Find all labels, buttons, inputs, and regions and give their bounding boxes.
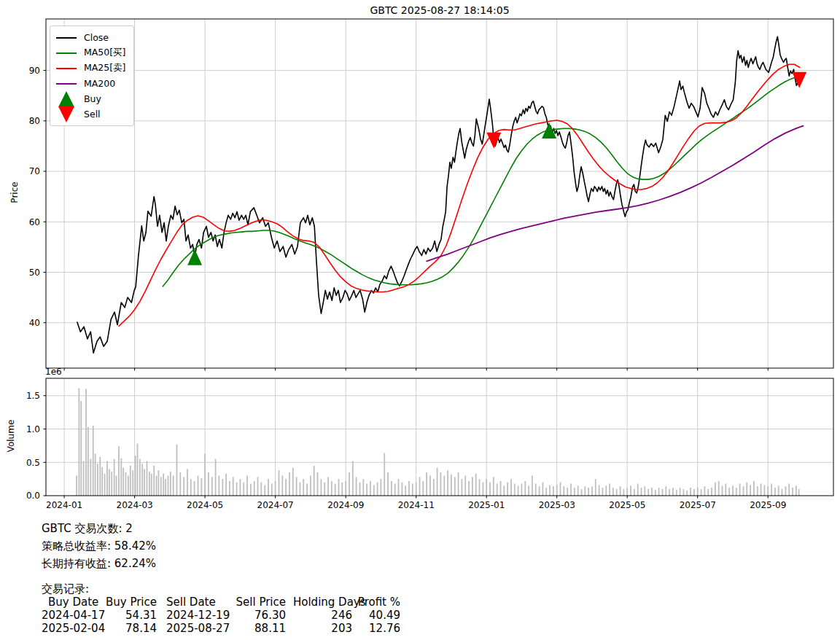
volume-bar bbox=[321, 479, 322, 496]
volume-bar bbox=[97, 464, 98, 496]
volume-bar bbox=[510, 479, 512, 496]
sell-marker bbox=[792, 72, 806, 88]
volume-tick-label: 1.0 bbox=[26, 424, 40, 434]
trade-cell: 76.30 bbox=[226, 609, 286, 622]
volume-tick-label: 1.5 bbox=[26, 391, 40, 401]
volume-bar bbox=[616, 489, 618, 496]
volume-bar bbox=[254, 481, 255, 496]
volume-bar bbox=[680, 488, 681, 496]
trade-row: 2025-02-0478.142025-08-2788.1120312.76 bbox=[0, 622, 452, 635]
legend-item-4: Buy bbox=[56, 91, 126, 106]
x-tick-label: 2024-07 bbox=[257, 500, 294, 510]
volume-bar bbox=[739, 484, 741, 496]
trade-cell: 2024-12-19 bbox=[166, 609, 236, 622]
volume-bar bbox=[275, 481, 276, 496]
volume-bar bbox=[560, 483, 561, 496]
volume-bar bbox=[246, 476, 248, 496]
volume-bar bbox=[644, 486, 645, 496]
volume-bar bbox=[114, 459, 115, 496]
volume-bar bbox=[106, 461, 108, 496]
volume-bar bbox=[693, 489, 695, 496]
volume-bar bbox=[215, 459, 217, 496]
volume-bar bbox=[352, 461, 354, 496]
volume-bar bbox=[792, 488, 793, 496]
volume-bar bbox=[591, 486, 593, 496]
volume-bar bbox=[208, 472, 209, 496]
legend-line bbox=[56, 68, 77, 69]
volume-bar bbox=[658, 488, 660, 496]
trade-cell: 40.49 bbox=[351, 609, 400, 622]
volume-bar bbox=[158, 470, 160, 496]
price-tick-label: 50 bbox=[29, 268, 40, 278]
volume-bar bbox=[132, 470, 133, 496]
volume-bar bbox=[764, 485, 766, 496]
volume-bar bbox=[384, 453, 385, 496]
volume-bar bbox=[567, 488, 568, 496]
volume-bar bbox=[462, 479, 463, 496]
legend-label: Sell bbox=[84, 109, 101, 120]
volume-bar bbox=[539, 486, 540, 496]
volume-bar bbox=[753, 481, 755, 496]
volume-bar bbox=[201, 478, 202, 496]
volume-bar bbox=[314, 466, 315, 496]
volume-bar bbox=[412, 484, 413, 496]
volume-bar bbox=[718, 481, 720, 496]
volume-bar bbox=[732, 485, 734, 496]
volume-bar bbox=[135, 456, 136, 496]
legend-item-1: MA50[买] bbox=[56, 45, 126, 61]
volume-bar bbox=[788, 484, 790, 496]
volume-bar bbox=[500, 481, 502, 496]
volume-bar bbox=[381, 479, 382, 496]
volume-bar bbox=[111, 472, 112, 496]
volume-bar bbox=[285, 479, 287, 496]
volume-bar bbox=[345, 481, 346, 496]
volume-bar bbox=[722, 485, 723, 496]
volume-bar bbox=[641, 488, 642, 496]
volume-bar bbox=[243, 483, 244, 496]
legend-line bbox=[56, 52, 77, 54]
volume-bar bbox=[349, 472, 350, 496]
volume-bar bbox=[85, 389, 87, 496]
volume-tick-label: 0.5 bbox=[26, 458, 40, 468]
volume-bar bbox=[447, 470, 448, 496]
volume-bar bbox=[464, 476, 466, 496]
volume-bar bbox=[144, 469, 145, 496]
volume-bar bbox=[141, 464, 143, 496]
volume-bar bbox=[563, 486, 564, 496]
volume-bar bbox=[317, 472, 319, 496]
trade-cell: 12.76 bbox=[351, 622, 400, 635]
volume-bar bbox=[440, 472, 442, 496]
volume-bar bbox=[271, 484, 273, 496]
volume-bar bbox=[160, 477, 162, 496]
volume-bar bbox=[281, 476, 283, 496]
volume-bar bbox=[637, 484, 639, 496]
volume-bar bbox=[194, 481, 195, 496]
volume-bar bbox=[176, 445, 178, 496]
volume-bar bbox=[163, 474, 164, 496]
volume-bar bbox=[545, 488, 547, 496]
volume-bar bbox=[549, 485, 551, 496]
trades-header-cell: Sell Date bbox=[166, 596, 236, 609]
price-tick-label: 70 bbox=[29, 166, 40, 176]
volume-bar bbox=[279, 470, 280, 496]
volume-bar bbox=[634, 489, 635, 496]
legend: CloseMA50[买]MA25[卖]MA200BuySell bbox=[50, 26, 134, 126]
x-tick-label: 2025-05 bbox=[609, 500, 645, 510]
volume-bar bbox=[588, 488, 589, 496]
volume-bar bbox=[578, 485, 579, 496]
volume-bar bbox=[648, 489, 649, 496]
volume-bar bbox=[651, 488, 653, 496]
volume-bar bbox=[581, 489, 583, 496]
volume-bar bbox=[454, 477, 456, 496]
volume-bar bbox=[486, 479, 487, 496]
volume-bar bbox=[101, 467, 103, 496]
volume-bar bbox=[556, 485, 558, 496]
volume-bar bbox=[93, 426, 94, 496]
legend-label: MA25[卖] bbox=[84, 62, 126, 74]
x-tick-label: 2025-03 bbox=[539, 500, 575, 510]
volume-bar bbox=[327, 477, 329, 496]
volume-bar bbox=[489, 483, 491, 496]
volume-bar bbox=[574, 488, 575, 496]
volume-bar bbox=[310, 476, 311, 496]
volume-bar bbox=[426, 472, 427, 496]
